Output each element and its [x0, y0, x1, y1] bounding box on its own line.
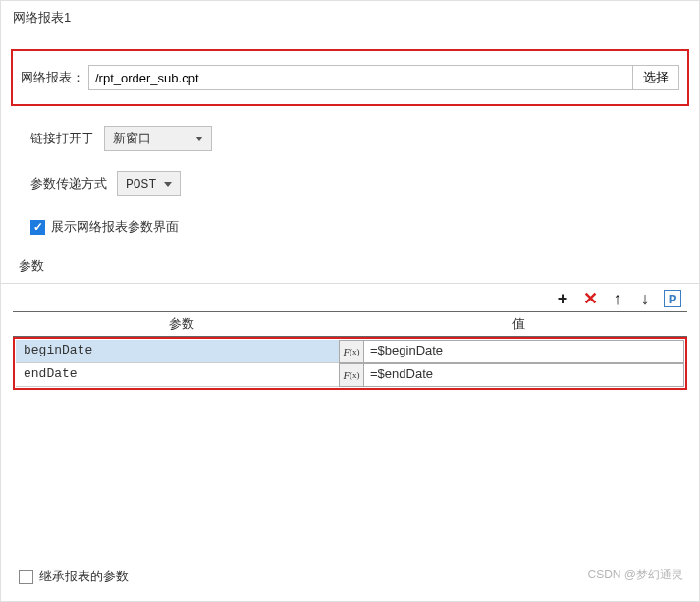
table-row[interactable]: beginDate F(x) =$beginDate	[16, 340, 684, 363]
report-row: 网络报表： 选择	[11, 49, 689, 106]
param-value-cell[interactable]: =$beginDate	[364, 340, 684, 363]
delete-icon[interactable]: ✕	[581, 290, 599, 307]
param-method-label: 参数传递方式	[30, 175, 107, 192]
param-method-value: POST	[126, 177, 156, 192]
param-name-cell[interactable]: endDate	[16, 363, 339, 387]
open-in-row: 链接打开于 新窗口	[1, 126, 699, 151]
table-row[interactable]: endDate F(x) =$endDate	[16, 363, 684, 387]
param-value-cell[interactable]: =$endDate	[364, 363, 684, 387]
params-section-label: 参数	[1, 257, 699, 275]
param-name-cell[interactable]: beginDate	[16, 340, 339, 363]
param-method-select[interactable]: POST	[117, 171, 181, 196]
open-in-select[interactable]: 新窗口	[104, 126, 212, 151]
panel: 网络报表1 网络报表： 选择 链接打开于 新窗口 参数传递方式 POST 展示网…	[0, 0, 700, 602]
inherit-params-row: 继承报表的参数	[19, 568, 129, 585]
inherit-params-checkbox[interactable]	[19, 570, 33, 584]
fx-button[interactable]: F(x)	[339, 363, 364, 387]
panel-title: 网络报表1	[1, 1, 699, 35]
show-param-ui-row: 展示网络报表参数界面	[1, 218, 699, 236]
report-label: 网络报表：	[21, 69, 84, 86]
param-table: beginDate F(x) =$beginDate endDate F(x) …	[13, 337, 687, 390]
open-in-value: 新窗口	[113, 130, 151, 147]
param-p-button[interactable]: P	[664, 290, 681, 307]
inherit-params-label: 继承报表的参数	[39, 568, 129, 585]
move-down-icon[interactable]: ↓	[636, 290, 654, 307]
move-up-icon[interactable]: ↑	[609, 290, 626, 307]
param-table-header: 参数 值	[13, 311, 687, 337]
params-toolbar: + ✕ ↑ ↓ P	[1, 283, 699, 311]
show-param-ui-label: 展示网络报表参数界面	[51, 218, 179, 236]
param-method-row: 参数传递方式 POST	[1, 171, 699, 196]
fx-button[interactable]: F(x)	[339, 340, 364, 363]
param-header-value: 值	[350, 312, 687, 336]
show-param-ui-checkbox[interactable]	[30, 220, 45, 235]
open-in-label: 链接打开于	[30, 130, 94, 147]
report-path-input[interactable]	[88, 65, 633, 90]
param-header-name: 参数	[13, 312, 350, 336]
report-select-button[interactable]: 选择	[633, 65, 679, 90]
watermark: CSDN @梦幻通灵	[587, 567, 683, 583]
add-icon[interactable]: +	[554, 290, 571, 307]
